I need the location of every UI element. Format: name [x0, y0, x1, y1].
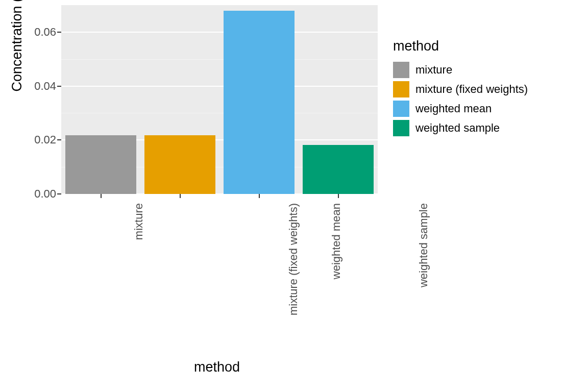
gridline-minor	[61, 113, 378, 113]
y-axis-label: Concentration (LCL)	[9, 0, 25, 92]
legend-key	[393, 62, 409, 78]
legend-key	[393, 101, 409, 117]
x-tick-label: mixture	[132, 203, 145, 240]
x-axis-label: method	[194, 359, 240, 375]
legend-item: weighted sample	[393, 118, 528, 138]
chart-container: Concentration (LCL) 0.000.020.040.06 met…	[0, 0, 588, 392]
bar	[65, 135, 137, 194]
legend-key	[393, 120, 409, 136]
plot-panel: 0.000.020.040.06	[61, 5, 378, 194]
legend-label: mixture	[415, 63, 452, 77]
legend-label: mixture (fixed weights)	[415, 83, 528, 96]
legend-title: method	[393, 38, 528, 54]
gridline-major	[61, 32, 378, 33]
legend-items: mixturemixture (fixed weights)weighted m…	[393, 60, 528, 138]
x-tick-mark	[259, 194, 260, 198]
bar	[144, 135, 216, 194]
legend-swatch	[393, 120, 409, 136]
x-tick-mark	[338, 194, 339, 198]
legend-key	[393, 81, 409, 97]
y-tick-mark	[57, 193, 61, 194]
legend-item: mixture (fixed weights)	[393, 80, 528, 99]
legend-label: weighted sample	[415, 121, 500, 135]
legend-swatch	[393, 62, 409, 78]
legend-item: weighted mean	[393, 99, 528, 118]
gridline-minor	[61, 59, 378, 60]
y-tick-mark	[57, 139, 61, 140]
x-tick-label: weighted mean	[330, 203, 343, 279]
y-tick-mark	[57, 86, 61, 87]
x-tick-label: mixture (fixed weights)	[287, 203, 300, 315]
legend-label: weighted mean	[415, 102, 492, 115]
legend: method mixturemixture (fixed weights)wei…	[393, 38, 528, 138]
x-tick-mark	[180, 194, 181, 198]
bar	[303, 145, 374, 194]
gridline-major	[61, 86, 378, 87]
bar	[224, 11, 295, 194]
legend-swatch	[393, 81, 409, 97]
y-tick-mark	[57, 32, 61, 33]
x-tick-mark	[101, 194, 102, 198]
legend-swatch	[393, 101, 409, 117]
legend-item: mixture	[393, 60, 528, 80]
x-tick-label: weighted sample	[417, 203, 430, 287]
